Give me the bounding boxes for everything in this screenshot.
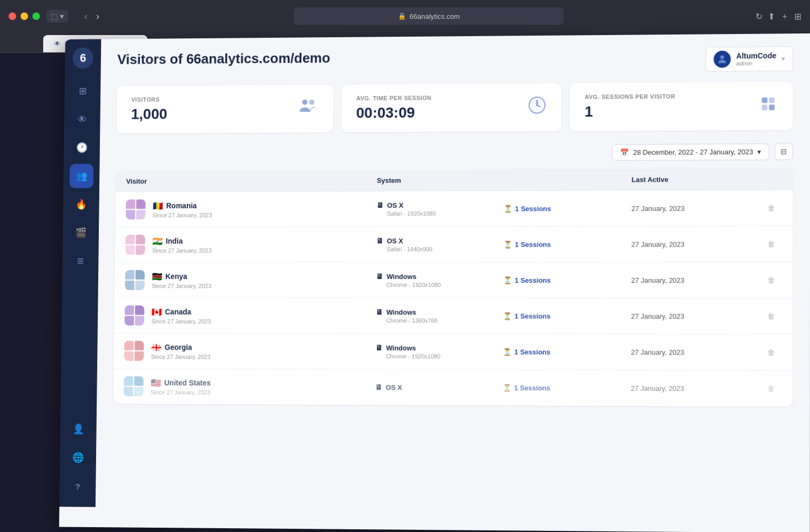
visitor-since: Since 27 January, 2023 (153, 212, 212, 218)
forward-button[interactable]: › (93, 10, 103, 23)
monitor-icon: 🖥 (375, 383, 383, 392)
sidebar-item-users[interactable]: 👥 (70, 164, 93, 188)
back-button[interactable]: ‹ (81, 10, 91, 23)
monitor-icon: 🖥 (376, 201, 384, 209)
user-info: AltumCode admin (736, 51, 776, 66)
window-chrome: ⬚ ▾ ‹ › 🔒 66analytics.com ↻ ⬆ ＋ ⊞ (0, 0, 810, 32)
sessions-link[interactable]: 1 Sessions (514, 347, 550, 356)
visitor-cell-india: 🇮🇳 India Since 27 January, 2023 (125, 234, 376, 255)
sessions-link[interactable]: 1 Sessions (515, 276, 551, 284)
delete-button[interactable]: 🗑 (760, 237, 782, 250)
avg-sessions-icon (759, 94, 778, 118)
sessions-link[interactable]: 1 Sessions (515, 240, 551, 248)
os-name: Windows (386, 308, 416, 316)
stat-card-avg-sessions: AVG. SESSIONS PER VISITOR 1 (570, 81, 793, 131)
tab-icon: 👁 (54, 40, 60, 47)
filter-icon: ⊟ (780, 147, 787, 156)
sidebar-item-fire[interactable]: 🔥 (69, 192, 93, 216)
os-name: OS X (387, 201, 403, 209)
visitor-country: 🇬🇪 Georgia (151, 342, 211, 352)
system-browser: Chrome - 1920x1080 (375, 353, 503, 359)
delete-button[interactable]: 🗑 (760, 382, 782, 395)
user-role: admin (736, 60, 776, 66)
sidebar-item-grid[interactable]: ⊞ (71, 79, 94, 103)
last-active-cell: 27 January, 2023 (631, 384, 760, 393)
sidebar-toggle-button[interactable]: ⬚ ▾ (46, 10, 68, 23)
visitors-label: VISITORS (131, 96, 167, 103)
content-header: Visitors of 66analytics.com/demo AltumCo… (117, 46, 793, 76)
grid-view-button[interactable]: ⊞ (794, 11, 801, 22)
sidebar-item-profile[interactable]: 👤 (66, 417, 90, 441)
sidebar-item-eye[interactable]: 👁 (70, 107, 94, 132)
sessions-link[interactable]: 1 Sessions (514, 384, 550, 392)
sessions-link[interactable]: 1 Sessions (515, 204, 551, 213)
maximize-button[interactable] (32, 12, 40, 20)
filters-row: 📅 28 December, 2022 - 27 January, 2023 ▾… (116, 143, 793, 163)
date-picker-button[interactable]: 📅 28 December, 2022 - 27 January, 2023 ▾ (612, 143, 770, 160)
flag-us: 🇺🇸 (151, 378, 161, 388)
col-last-active: Last Active (632, 175, 761, 184)
visitor-info-kenya: 🇰🇪 Kenya Since 27 January, 2023 (152, 271, 211, 289)
sidebar-item-globe[interactable]: 🌐 (66, 445, 90, 469)
traffic-lights (9, 12, 40, 20)
hourglass-icon: ⏳ (503, 204, 512, 213)
system-os: 🖥 Windows (375, 343, 503, 352)
system-cell: 🖥 Windows Chrome - 1360x768 (376, 308, 503, 324)
table-row: 🇮🇳 India Since 27 January, 2023 🖥 OS X (115, 226, 793, 263)
filter-button[interactable]: ⊟ (774, 143, 793, 160)
stats-row: VISITORS 1,000 (117, 81, 793, 133)
visitor-info-georgia: 🇬🇪 Georgia Since 27 January, 2023 (151, 342, 211, 360)
system-os: 🖥 Windows (376, 272, 503, 281)
system-cell: 🖥 OS X Safari - 1920x1080 (376, 201, 503, 217)
visitor-country: 🇰🇪 Kenya (152, 271, 211, 282)
avg-time-value: 00:03:09 (356, 104, 431, 121)
eye-icon: 👁 (78, 114, 87, 125)
visitor-since: Since 27 January, 2023 (151, 389, 211, 395)
menu-icon: ≡ (77, 254, 84, 268)
user-menu[interactable]: AltumCode admin ▾ (706, 46, 793, 72)
dropdown-arrow-icon: ▾ (758, 147, 761, 155)
address-bar[interactable]: 🔒 66analytics.com (294, 8, 564, 25)
video-icon: 🎬 (75, 227, 86, 238)
reload-button[interactable]: ↻ (755, 11, 762, 22)
visitor-avatar (124, 376, 144, 396)
visitor-cell-kenya: 🇰🇪 Kenya Since 27 January, 2023 (125, 270, 376, 290)
delete-button[interactable]: 🗑 (760, 274, 782, 287)
visitor-cell-georgia: 🇬🇪 Georgia Since 27 January, 2023 (124, 341, 376, 362)
col-sessions (504, 176, 632, 185)
svg-rect-12 (769, 105, 774, 110)
share-button[interactable]: ⬆ (768, 11, 775, 22)
new-tab-button[interactable]: ＋ (780, 11, 789, 22)
sessions-cell: ⏳ 1 Sessions (503, 276, 631, 284)
stat-visitors-info: VISITORS 1,000 (131, 96, 167, 122)
delete-button[interactable]: 🗑 (760, 201, 782, 214)
hourglass-icon: ⏳ (503, 276, 512, 284)
sidebar-item-video[interactable]: 🎬 (69, 221, 92, 245)
os-name: Windows (386, 344, 416, 352)
sidebar: 6 ⊞ 👁 🕐 👥 🔥 🎬 (59, 39, 101, 507)
flag-georgia: 🇬🇪 (151, 342, 161, 352)
close-button[interactable] (9, 12, 16, 20)
visitors-icon (298, 96, 319, 121)
visitor-since: Since 27 January, 2023 (152, 247, 212, 254)
hourglass-icon: ⏳ (503, 384, 511, 392)
sidebar-item-help[interactable]: ? (66, 474, 90, 499)
hourglass-icon: ⏳ (503, 312, 511, 320)
flag-canada: 🇨🇦 (152, 307, 162, 317)
content-area: Visitors of 66analytics.com/demo AltumCo… (96, 33, 810, 513)
globe-icon: 🌐 (72, 452, 84, 463)
system-cell: 🖥 OS X (375, 383, 503, 392)
minimize-button[interactable] (21, 12, 28, 20)
visitor-info-canada: 🇨🇦 Canada Since 27 January, 2023 (151, 307, 211, 324)
visitor-country: 🇨🇦 Canada (152, 307, 211, 317)
sessions-link[interactable]: 1 Sessions (515, 312, 551, 320)
sidebar-item-menu[interactable]: ≡ (69, 249, 92, 274)
table-row: 🇷🇴 Romania Since 27 January, 2023 🖥 OS X (116, 190, 793, 227)
delete-button[interactable]: 🗑 (760, 346, 782, 359)
system-os: 🖥 OS X (376, 201, 503, 209)
stat-card-avg-time: AVG. TIME PER SESSION 00:03:09 (341, 83, 562, 132)
last-active-cell: 27 January, 2023 (631, 240, 760, 248)
sidebar-item-clock[interactable]: 🕐 (70, 135, 93, 160)
country-name: Romania (166, 201, 197, 210)
delete-button[interactable]: 🗑 (760, 310, 782, 323)
